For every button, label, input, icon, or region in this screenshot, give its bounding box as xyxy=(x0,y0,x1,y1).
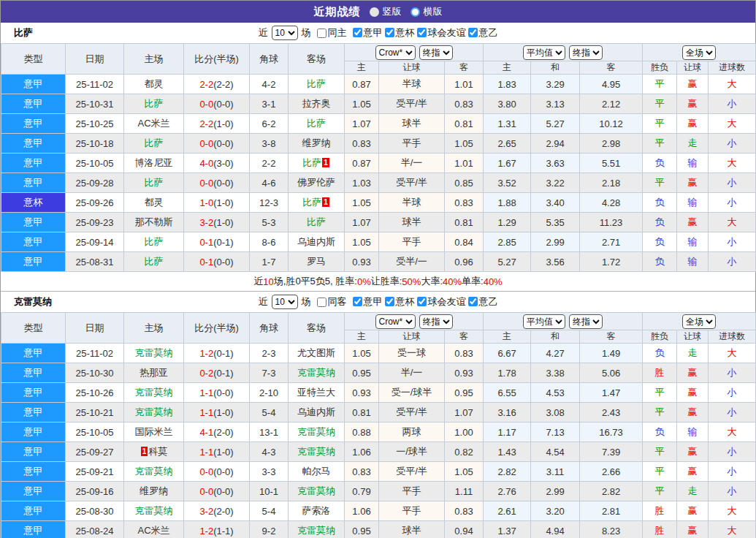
home-team-cell: 克雷莫纳 xyxy=(124,403,184,423)
fulltime-select[interactable]: 全场 xyxy=(682,45,716,60)
league-filter[interactable]: 球会友谊 xyxy=(415,295,466,308)
final-odds-select-1[interactable]: 终指 xyxy=(419,314,453,329)
league-label[interactable]: 意甲 xyxy=(364,295,383,308)
result-handicap-cell: 赢 xyxy=(677,462,709,482)
halftime-score: (1-0) xyxy=(213,197,233,208)
fulltime-select[interactable]: 全场 xyxy=(682,314,716,329)
summary-part: 让胜率: xyxy=(371,275,402,288)
league-type-cell: 意甲 xyxy=(1,462,66,482)
away-team-cell: 比萨1 xyxy=(289,193,345,213)
league-label[interactable]: 球会友谊 xyxy=(428,26,466,39)
away-team-cell: 克雷莫纳 xyxy=(289,363,345,383)
odds-home-cell: 0.93 xyxy=(345,252,379,272)
odds-away-cell: 0.81 xyxy=(445,114,484,134)
vertical-radio-label[interactable]: 竖版 xyxy=(383,5,402,18)
table-row: 意甲25-09-21克雷莫纳0-0(0-0)3-3帕尔马0.83受平/半1.05… xyxy=(1,462,756,482)
match-count-select[interactable]: 10 xyxy=(272,26,298,40)
avg-away-cell: 2.82 xyxy=(580,482,643,501)
league-filter[interactable]: 意杯 xyxy=(383,295,415,308)
bookmaker-select[interactable]: Crow* xyxy=(375,314,416,329)
same-venue-filter[interactable]: 同主 xyxy=(315,26,347,39)
fulltime-score: 0-2 xyxy=(199,368,213,379)
league-checkbox[interactable] xyxy=(468,297,478,306)
league-label[interactable]: 意乙 xyxy=(479,26,498,39)
result-wdl-cell: 胜 xyxy=(643,521,677,538)
league-checkbox[interactable] xyxy=(385,297,394,306)
vertical-layout-radio[interactable]: 竖版 xyxy=(370,5,402,18)
sub-avg-away: 客 xyxy=(580,330,643,344)
same-venue-label[interactable]: 同主 xyxy=(328,26,347,39)
team-name: 比萨 xyxy=(145,98,164,109)
corner-cell: 3-3 xyxy=(250,462,289,482)
result-handicap-cell: 赢 xyxy=(677,363,709,383)
result-wdl-cell: 负 xyxy=(643,252,677,272)
final-odds-select-2[interactable]: 终指 xyxy=(569,314,603,329)
handicap-cell: 受平/半 xyxy=(379,173,445,193)
result-handicap-cell: 赢 xyxy=(677,213,709,232)
result-handicap-cell: 赢 xyxy=(677,75,709,94)
table-row: 意甲25-08-30克雷莫纳3-2(2-0)5-4萨索洛1.06平手0.832.… xyxy=(1,501,756,521)
filter-bar: 克雷莫纳 近 10 场 同客 意甲意杯球会友谊意乙 xyxy=(1,292,755,312)
league-filter[interactable]: 意乙 xyxy=(466,295,498,308)
avg-away-cell: 11.23 xyxy=(580,213,643,232)
table-row: 意甲25-09-14比萨0-1(0-1)8-6乌迪内斯1.05平手0.842.8… xyxy=(1,232,756,252)
odds-home-cell: 0.87 xyxy=(345,75,379,94)
odds-group-header: Crow* 终指 xyxy=(345,44,484,61)
league-checkbox[interactable] xyxy=(353,28,362,37)
avg-draw-cell: 3.20 xyxy=(531,501,580,521)
average-select[interactable]: 平均值 xyxy=(523,314,565,329)
vertical-radio-icon[interactable] xyxy=(370,7,379,17)
recent-results-panel: 近期战绩 竖版 横版 比萨 近 10 场 同主 意甲意杯球会友谊意乙 类型 日期 xyxy=(0,0,756,538)
league-filter[interactable]: 球会友谊 xyxy=(415,26,466,39)
same-venue-filter[interactable]: 同客 xyxy=(315,295,347,308)
team-name: 都灵 xyxy=(145,197,164,208)
home-team-cell: 比萨 xyxy=(124,232,184,252)
halftime-score: (0-0) xyxy=(213,486,233,497)
league-label[interactable]: 球会友谊 xyxy=(428,295,466,308)
league-checkbox[interactable] xyxy=(468,28,478,37)
horizontal-layout-radio[interactable]: 横版 xyxy=(411,5,443,18)
bookmaker-select[interactable]: Crow* xyxy=(375,45,416,60)
same-venue-checkbox[interactable] xyxy=(317,29,327,38)
date-cell: 25-10-25 xyxy=(66,114,124,134)
league-filter[interactable]: 意甲 xyxy=(351,26,383,39)
league-checkbox[interactable] xyxy=(353,297,362,306)
league-checkbox[interactable] xyxy=(385,28,394,37)
final-odds-select-1[interactable]: 终指 xyxy=(419,45,453,60)
league-checkbox[interactable] xyxy=(417,28,427,37)
average-select[interactable]: 平均值 xyxy=(523,45,565,60)
team-name: 罗马 xyxy=(307,256,326,267)
avg-draw-cell: 3.40 xyxy=(531,193,580,213)
handicap-cell: 球半 xyxy=(379,114,445,134)
home-team-cell: 克雷莫纳 xyxy=(124,383,184,403)
corner-cell: 5-3 xyxy=(250,213,289,232)
same-venue-label[interactable]: 同客 xyxy=(328,295,347,308)
league-filter[interactable]: 意乙 xyxy=(466,26,498,39)
horizontal-radio-label[interactable]: 横版 xyxy=(424,5,443,18)
match-count-select[interactable]: 10 xyxy=(272,295,298,309)
final-odds-select-2[interactable]: 终指 xyxy=(569,45,603,60)
page-title: 近期战绩 xyxy=(314,5,361,19)
team-name: 比萨 xyxy=(145,256,164,267)
league-type-cell: 意甲 xyxy=(1,173,66,193)
league-label[interactable]: 意乙 xyxy=(479,295,498,308)
sub-avg-home: 主 xyxy=(484,61,531,75)
avg-draw-cell: 2.99 xyxy=(531,232,580,252)
avg-home-cell: 3.80 xyxy=(484,94,531,114)
horizontal-radio-icon[interactable] xyxy=(411,7,420,17)
league-label[interactable]: 意杯 xyxy=(396,26,415,39)
league-label[interactable]: 意甲 xyxy=(364,26,383,39)
league-label[interactable]: 意杯 xyxy=(396,295,415,308)
date-cell: 25-10-26 xyxy=(66,383,124,403)
matches-body: 意甲25-11-02克雷莫纳1-2(0-1)2-3尤文图斯1.05受一球0.83… xyxy=(1,344,756,538)
league-filter[interactable]: 意甲 xyxy=(351,295,383,308)
fulltime-score: 1-2 xyxy=(199,526,213,537)
league-filter[interactable]: 意杯 xyxy=(383,26,415,39)
avg-draw-cell: 3.63 xyxy=(531,154,580,173)
fulltime-group-header: 全场 xyxy=(643,313,756,330)
home-team-cell: 比萨 xyxy=(124,134,184,154)
league-type-cell: 意甲 xyxy=(1,94,66,114)
avg-home-cell: 2.61 xyxy=(484,501,531,521)
same-venue-checkbox[interactable] xyxy=(317,298,327,307)
league-checkbox[interactable] xyxy=(417,297,427,306)
